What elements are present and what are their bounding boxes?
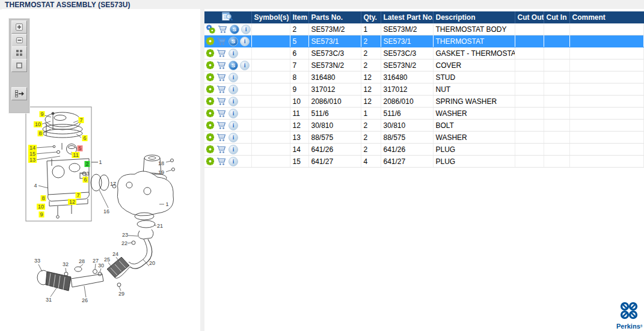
cart-icon[interactable] xyxy=(216,133,227,142)
info-icon[interactable]: i xyxy=(228,97,238,106)
callout-8[interactable]: 8 xyxy=(40,195,46,201)
gear-green-icon[interactable] xyxy=(206,133,215,142)
cart-icon[interactable] xyxy=(216,97,227,106)
callout-26[interactable]: 26 xyxy=(81,297,89,303)
callout-7[interactable]: 7 xyxy=(78,117,84,123)
callout-2[interactable]: 2 xyxy=(84,161,90,167)
callout-23[interactable]: 23 xyxy=(121,232,129,238)
zoom-out-button[interactable] xyxy=(11,34,27,47)
gear-green-icon[interactable] xyxy=(206,61,215,70)
info-icon[interactable]: i xyxy=(228,85,238,94)
s-badge-icon[interactable]: S xyxy=(228,61,238,70)
callout-10[interactable]: 10 xyxy=(37,204,45,210)
callout-9[interactable]: 9 xyxy=(38,211,44,217)
cart-icon[interactable] xyxy=(216,73,227,82)
callout-24[interactable]: 24 xyxy=(111,251,120,257)
callout-20[interactable]: 20 xyxy=(148,260,156,266)
callout-13[interactable]: 13 xyxy=(28,157,37,163)
s-badge-icon[interactable]: S xyxy=(230,25,239,34)
s-badge-icon[interactable]: S xyxy=(228,37,238,46)
cart-icon[interactable] xyxy=(216,37,227,46)
callout-25[interactable]: 25 xyxy=(103,257,111,263)
callout-18[interactable]: 18 xyxy=(157,160,165,166)
cart-icon[interactable] xyxy=(216,85,227,94)
info-icon[interactable]: i xyxy=(228,73,238,82)
gear-green-icon[interactable] xyxy=(206,85,215,94)
cart-icon[interactable] xyxy=(216,49,227,58)
gear-green-icon[interactable] xyxy=(206,109,215,118)
callout-10[interactable]: 10 xyxy=(34,121,42,127)
search-parts-icon[interactable] xyxy=(222,12,233,21)
callout-11[interactable]: 11 xyxy=(72,152,79,158)
table-row[interactable]: i1388/575288/575WASHER xyxy=(204,132,644,144)
cell-parts-no: 2086/010 xyxy=(308,96,361,108)
table-row[interactable]: i102086/010122086/010SPRING WASHER xyxy=(204,96,644,108)
info-icon[interactable]: i xyxy=(240,61,250,70)
table-row[interactable]: Si2SE573M/21SE573M/2THERMOSTAT BODY xyxy=(204,23,644,35)
info-icon[interactable]: i xyxy=(228,49,238,58)
tile-view-button[interactable] xyxy=(11,46,27,59)
table-row[interactable]: i14641/262641/26PLUG xyxy=(204,144,644,156)
callout-8[interactable]: 8 xyxy=(37,130,43,136)
toggle-panel-button[interactable] xyxy=(11,87,27,100)
table-row[interactable]: i1230/810230/810BOLT xyxy=(204,120,644,132)
table-row[interactable]: Si5SE573/12SE573/1THERMOSTAT xyxy=(204,35,644,47)
callout-1[interactable]: 1 xyxy=(164,201,170,207)
callout-17[interactable]: 17 xyxy=(109,181,117,187)
cart-icon[interactable] xyxy=(216,61,227,70)
callout-32[interactable]: 32 xyxy=(61,261,70,267)
callout-4[interactable]: 4 xyxy=(32,183,38,189)
table-row[interactable]: i15641/274641/27PLUG xyxy=(204,156,644,168)
table-row[interactable]: i6SE573C/32SE573C/3GASKET - THERMOSTAT H… xyxy=(204,47,644,59)
callout-31[interactable]: 31 xyxy=(44,297,53,303)
table-row[interactable]: i11511/61511/6WASHER xyxy=(204,108,644,120)
callout-16[interactable]: 16 xyxy=(102,208,111,214)
cell-symbols xyxy=(251,144,290,156)
gear-yellow-icon[interactable] xyxy=(206,37,215,46)
single-view-button[interactable] xyxy=(11,59,27,72)
table-row[interactable]: Si7SE573N/22SE573N/2COVER xyxy=(204,59,644,71)
callout-33[interactable]: 33 xyxy=(33,258,41,264)
gears-blue-green-icon[interactable] xyxy=(206,25,216,34)
info-icon[interactable]: i xyxy=(228,109,238,118)
gear-green-icon[interactable] xyxy=(206,121,215,130)
table-row[interactable]: i831648012316480STUD xyxy=(204,71,644,84)
cart-icon[interactable] xyxy=(216,109,227,118)
info-icon[interactable]: i xyxy=(228,121,238,130)
cart-icon[interactable] xyxy=(216,157,227,166)
callout-28[interactable]: 28 xyxy=(78,258,86,264)
info-icon[interactable]: i xyxy=(240,37,250,46)
callout-5[interactable]: 5 xyxy=(77,145,82,151)
callout-12[interactable]: 12 xyxy=(68,199,76,205)
info-icon[interactable]: i xyxy=(228,133,238,142)
panel-divider[interactable] xyxy=(200,9,204,331)
gear-green-icon[interactable] xyxy=(206,73,215,82)
callout-19[interactable]: 19 xyxy=(157,169,165,175)
callout-7[interactable]: 7 xyxy=(75,192,81,198)
callout-3[interactable]: 3 xyxy=(85,171,90,177)
callout-14[interactable]: 14 xyxy=(28,145,37,151)
callout-30[interactable]: 30 xyxy=(97,263,105,269)
callout-15[interactable]: 15 xyxy=(28,151,37,157)
callout-6[interactable]: 6 xyxy=(82,135,87,141)
info-icon[interactable]: i xyxy=(241,25,251,34)
callout-9[interactable]: 9 xyxy=(39,111,44,117)
gear-green-icon[interactable] xyxy=(206,49,215,58)
callout-21[interactable]: 21 xyxy=(156,223,164,229)
callout-22[interactable]: 22 xyxy=(120,240,129,246)
table-row[interactable]: i931701212317012NUT xyxy=(204,84,644,96)
cell-comment xyxy=(569,144,644,156)
gear-green-icon[interactable] xyxy=(206,157,215,166)
info-icon[interactable]: i xyxy=(228,157,238,166)
callout-29[interactable]: 29 xyxy=(117,291,126,297)
cart-icon[interactable] xyxy=(218,25,228,34)
header-search-column[interactable] xyxy=(204,11,251,23)
info-icon[interactable]: i xyxy=(228,145,238,154)
zoom-in-button[interactable] xyxy=(11,20,27,34)
callout-1[interactable]: 1 xyxy=(97,159,103,165)
cart-icon[interactable] xyxy=(216,145,227,154)
gear-green-icon[interactable] xyxy=(206,97,215,106)
callout-6[interactable]: 6 xyxy=(82,177,88,183)
gear-green-icon[interactable] xyxy=(206,145,215,154)
cart-icon[interactable] xyxy=(216,121,227,130)
